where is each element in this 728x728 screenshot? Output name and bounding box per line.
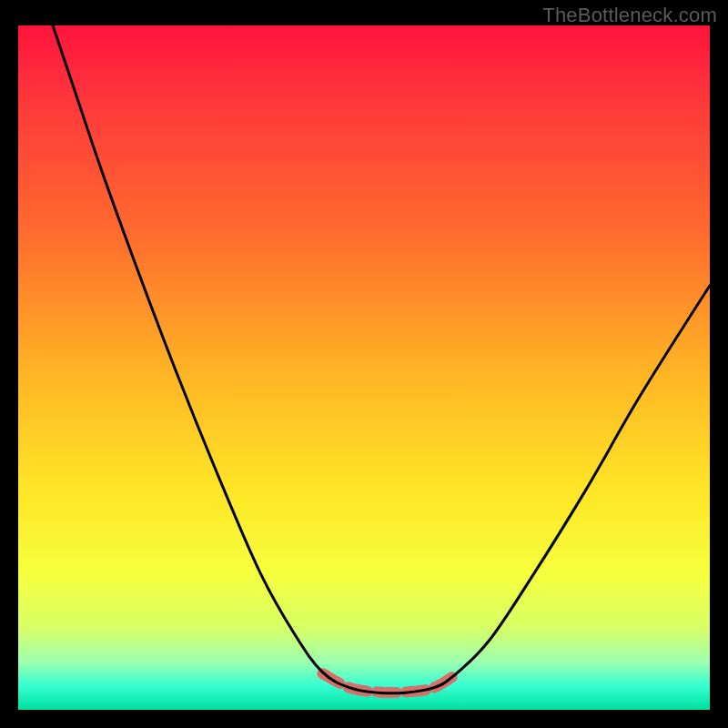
plot-area	[18, 25, 710, 710]
bottleneck-curve-line	[53, 25, 710, 693]
attribution-text: TheBottleneck.com	[542, 4, 717, 27]
chart-frame: TheBottleneck.com	[0, 0, 728, 728]
minimum-highlight-segment	[322, 673, 457, 693]
curve-layer	[18, 25, 710, 710]
